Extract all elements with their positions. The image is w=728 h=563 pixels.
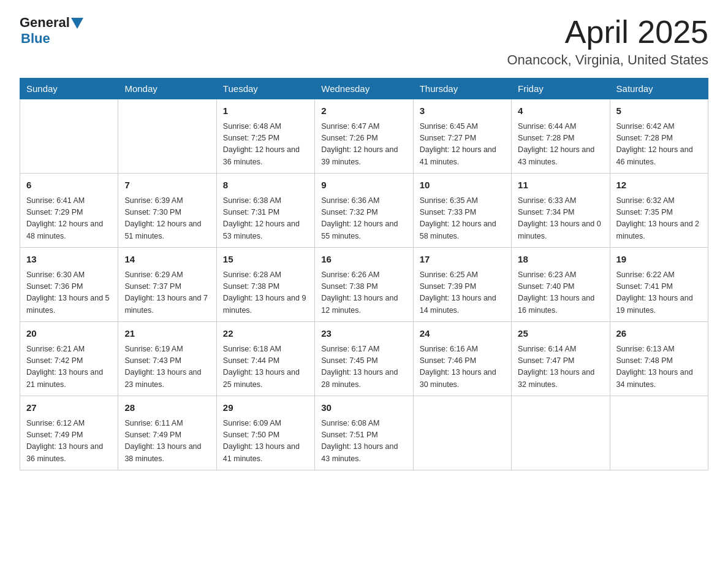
- day-number: 10: [420, 178, 505, 193]
- day-number: 25: [518, 327, 603, 341]
- day-info: Sunrise: 6:18 AMSunset: 7:44 PMDaylight:…: [223, 343, 308, 391]
- logo-general-text: General: [20, 15, 70, 31]
- day-info: Sunrise: 6:32 AMSunset: 7:35 PMDaylight:…: [616, 195, 702, 243]
- day-number: 7: [124, 178, 210, 193]
- calendar-cell: 28Sunrise: 6:11 AMSunset: 7:49 PMDayligh…: [118, 396, 216, 470]
- calendar-week-3: 13Sunrise: 6:30 AMSunset: 7:36 PMDayligh…: [20, 248, 708, 322]
- calendar-cell: [512, 396, 610, 470]
- day-number: 30: [321, 401, 406, 415]
- day-info: Sunrise: 6:17 AMSunset: 7:45 PMDaylight:…: [321, 343, 406, 391]
- weekday-header-friday: Friday: [512, 79, 610, 99]
- day-number: 27: [26, 401, 112, 415]
- day-number: 29: [223, 401, 308, 415]
- day-number: 26: [616, 327, 702, 341]
- calendar-cell: 22Sunrise: 6:18 AMSunset: 7:44 PMDayligh…: [216, 322, 314, 396]
- calendar-cell: 12Sunrise: 6:32 AMSunset: 7:35 PMDayligh…: [610, 174, 708, 248]
- day-number: 28: [124, 401, 210, 415]
- calendar-week-2: 6Sunrise: 6:41 AMSunset: 7:29 PMDaylight…: [20, 174, 708, 248]
- calendar-cell: 7Sunrise: 6:39 AMSunset: 7:30 PMDaylight…: [118, 174, 216, 248]
- calendar-cell: 25Sunrise: 6:14 AMSunset: 7:47 PMDayligh…: [512, 322, 610, 396]
- day-number: 2: [321, 104, 406, 118]
- calendar-cell: [413, 396, 511, 470]
- day-number: 24: [420, 327, 505, 341]
- day-info: Sunrise: 6:25 AMSunset: 7:39 PMDaylight:…: [420, 269, 505, 317]
- day-info: Sunrise: 6:45 AMSunset: 7:27 PMDaylight:…: [420, 121, 505, 169]
- day-number: 21: [124, 327, 210, 341]
- day-info: Sunrise: 6:41 AMSunset: 7:29 PMDaylight:…: [26, 195, 112, 243]
- day-info: Sunrise: 6:11 AMSunset: 7:49 PMDaylight:…: [124, 418, 210, 465]
- day-number: 5: [616, 104, 702, 118]
- calendar-cell: 4Sunrise: 6:44 AMSunset: 7:28 PMDaylight…: [512, 99, 610, 174]
- day-info: Sunrise: 6:48 AMSunset: 7:25 PMDaylight:…: [223, 121, 308, 169]
- day-info: Sunrise: 6:33 AMSunset: 7:34 PMDaylight:…: [518, 195, 603, 243]
- calendar-cell: 24Sunrise: 6:16 AMSunset: 7:46 PMDayligh…: [413, 322, 511, 396]
- weekday-header-row: SundayMondayTuesdayWednesdayThursdayFrid…: [20, 79, 708, 99]
- day-info: Sunrise: 6:08 AMSunset: 7:51 PMDaylight:…: [321, 418, 406, 465]
- day-number: 17: [420, 253, 505, 267]
- day-number: 13: [26, 253, 112, 267]
- weekday-header-saturday: Saturday: [610, 79, 708, 99]
- calendar-cell: 18Sunrise: 6:23 AMSunset: 7:40 PMDayligh…: [512, 248, 610, 322]
- day-info: Sunrise: 6:47 AMSunset: 7:26 PMDaylight:…: [321, 121, 406, 169]
- calendar-table: SundayMondayTuesdayWednesdayThursdayFrid…: [20, 78, 708, 470]
- calendar-cell: 11Sunrise: 6:33 AMSunset: 7:34 PMDayligh…: [512, 174, 610, 248]
- calendar-cell: 3Sunrise: 6:45 AMSunset: 7:27 PMDaylight…: [413, 99, 511, 174]
- logo-top: General: [20, 15, 83, 31]
- day-info: Sunrise: 6:44 AMSunset: 7:28 PMDaylight:…: [518, 121, 603, 169]
- day-number: 4: [518, 104, 603, 118]
- day-info: Sunrise: 6:22 AMSunset: 7:41 PMDaylight:…: [616, 269, 702, 317]
- day-info: Sunrise: 6:13 AMSunset: 7:48 PMDaylight:…: [616, 343, 702, 391]
- day-info: Sunrise: 6:30 AMSunset: 7:36 PMDaylight:…: [26, 269, 112, 317]
- day-info: Sunrise: 6:38 AMSunset: 7:31 PMDaylight:…: [223, 195, 308, 243]
- calendar-cell: 19Sunrise: 6:22 AMSunset: 7:41 PMDayligh…: [610, 248, 708, 322]
- day-number: 11: [518, 178, 603, 193]
- weekday-header-thursday: Thursday: [413, 79, 511, 99]
- day-number: 15: [223, 253, 308, 267]
- calendar-cell: [118, 99, 216, 174]
- day-info: Sunrise: 6:14 AMSunset: 7:47 PMDaylight:…: [518, 343, 603, 391]
- day-info: Sunrise: 6:12 AMSunset: 7:49 PMDaylight:…: [26, 418, 112, 465]
- page-subtitle: Onancock, Virginia, United States: [507, 52, 708, 68]
- calendar-cell: 27Sunrise: 6:12 AMSunset: 7:49 PMDayligh…: [20, 396, 118, 470]
- calendar-cell: 21Sunrise: 6:19 AMSunset: 7:43 PMDayligh…: [118, 322, 216, 396]
- calendar-cell: 26Sunrise: 6:13 AMSunset: 7:48 PMDayligh…: [610, 322, 708, 396]
- day-number: 3: [420, 104, 505, 118]
- calendar-cell: [610, 396, 708, 470]
- day-number: 23: [321, 327, 406, 341]
- calendar-cell: 14Sunrise: 6:29 AMSunset: 7:37 PMDayligh…: [118, 248, 216, 322]
- calendar-header: SundayMondayTuesdayWednesdayThursdayFrid…: [20, 79, 708, 99]
- calendar-cell: 29Sunrise: 6:09 AMSunset: 7:50 PMDayligh…: [216, 396, 314, 470]
- day-info: Sunrise: 6:19 AMSunset: 7:43 PMDaylight:…: [124, 343, 210, 391]
- day-number: 22: [223, 327, 308, 341]
- calendar-cell: 5Sunrise: 6:42 AMSunset: 7:28 PMDaylight…: [610, 99, 708, 174]
- calendar-week-5: 27Sunrise: 6:12 AMSunset: 7:49 PMDayligh…: [20, 396, 708, 470]
- day-info: Sunrise: 6:09 AMSunset: 7:50 PMDaylight:…: [223, 418, 308, 465]
- day-number: 8: [223, 178, 308, 193]
- calendar-cell: 9Sunrise: 6:36 AMSunset: 7:32 PMDaylight…: [315, 174, 413, 248]
- day-number: 20: [26, 327, 112, 341]
- day-info: Sunrise: 6:16 AMSunset: 7:46 PMDaylight:…: [420, 343, 505, 391]
- day-info: Sunrise: 6:23 AMSunset: 7:40 PMDaylight:…: [518, 269, 603, 317]
- day-number: 6: [26, 178, 112, 193]
- day-info: Sunrise: 6:35 AMSunset: 7:33 PMDaylight:…: [420, 195, 505, 243]
- day-number: 9: [321, 178, 406, 193]
- logo: General Blue: [20, 15, 83, 47]
- day-number: 19: [616, 253, 702, 267]
- calendar-cell: 20Sunrise: 6:21 AMSunset: 7:42 PMDayligh…: [20, 322, 118, 396]
- day-info: Sunrise: 6:28 AMSunset: 7:38 PMDaylight:…: [223, 269, 308, 317]
- calendar-cell: 23Sunrise: 6:17 AMSunset: 7:45 PMDayligh…: [315, 322, 413, 396]
- weekday-header-wednesday: Wednesday: [315, 79, 413, 99]
- day-info: Sunrise: 6:26 AMSunset: 7:38 PMDaylight:…: [321, 269, 406, 317]
- calendar-cell: 30Sunrise: 6:08 AMSunset: 7:51 PMDayligh…: [315, 396, 413, 470]
- day-info: Sunrise: 6:21 AMSunset: 7:42 PMDaylight:…: [26, 343, 112, 391]
- day-number: 1: [223, 104, 308, 118]
- calendar-cell: 10Sunrise: 6:35 AMSunset: 7:33 PMDayligh…: [413, 174, 511, 248]
- weekday-header-sunday: Sunday: [20, 79, 118, 99]
- day-info: Sunrise: 6:36 AMSunset: 7:32 PMDaylight:…: [321, 195, 406, 243]
- day-info: Sunrise: 6:29 AMSunset: 7:37 PMDaylight:…: [124, 269, 210, 317]
- day-info: Sunrise: 6:39 AMSunset: 7:30 PMDaylight:…: [124, 195, 210, 243]
- day-number: 16: [321, 253, 406, 267]
- weekday-header-monday: Monday: [118, 79, 216, 99]
- calendar-cell: 13Sunrise: 6:30 AMSunset: 7:36 PMDayligh…: [20, 248, 118, 322]
- calendar-cell: 8Sunrise: 6:38 AMSunset: 7:31 PMDaylight…: [216, 174, 314, 248]
